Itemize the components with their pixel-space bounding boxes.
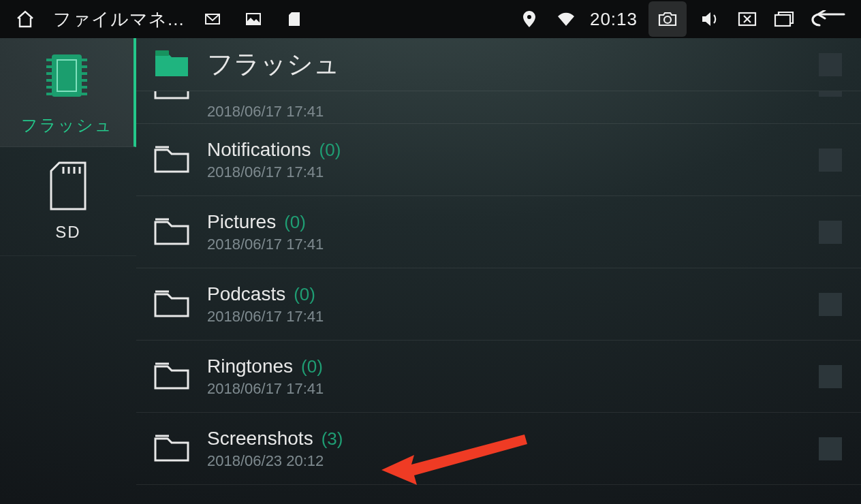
image-icon [240,6,266,32]
folder-icon [154,217,189,248]
wifi-icon [553,6,579,32]
item-name: Pictures [207,211,276,233]
item-count: (3) [322,428,343,450]
item-date: 2018/06/17 17:41 [207,236,801,253]
sidebar-item-label: SD [55,223,80,242]
path-title: フラッシュ [207,47,801,82]
item-name: Podcasts [207,283,285,305]
sidebar-item-flash[interactable]: フラッシュ [0,38,136,147]
list-item[interactable]: Screenshots (3) 2018/06/23 20:12 [136,413,861,485]
back-icon[interactable] [808,6,849,32]
item-date: 2018/06/17 17:41 [207,103,801,121]
item-name: Screenshots [207,428,313,450]
folder-icon [154,144,189,176]
mail-icon [200,6,225,32]
sd-small-icon [281,6,307,32]
item-checkbox[interactable] [819,437,842,460]
item-checkbox[interactable] [819,221,842,244]
list-item[interactable]: 2018/06/17 17:41 [136,91,861,124]
item-date: 2018/06/17 17:41 [207,308,801,326]
item-date: 2018/06/23 20:12 [207,452,801,470]
item-checkbox[interactable] [819,365,842,388]
item-count: (0) [301,356,323,377]
item-count: (0) [294,284,315,305]
item-checkbox[interactable] [819,91,842,97]
app-title: ファイルマネ... [53,7,185,31]
sidebar: フラッシュ SD [0,38,136,504]
volume-icon[interactable] [698,6,723,32]
folder-icon [154,361,189,392]
item-count: (0) [319,140,341,161]
item-name: Ringtones [207,356,293,377]
folder-icon [154,433,189,464]
svg-point-2 [664,16,671,23]
svg-rect-5 [52,54,82,97]
folder-list[interactable]: 2018/06/17 17:41 Notifications (0) 2018/… [136,91,861,504]
item-checkbox[interactable] [819,293,842,316]
folder-icon [154,289,189,320]
item-checkbox[interactable] [819,148,842,172]
chip-icon [44,49,90,105]
select-all-checkbox[interactable] [819,53,842,76]
list-item[interactable]: Notifications (0) 2018/06/17 17:41 [136,124,861,196]
recent-apps-icon[interactable] [771,6,797,32]
svg-rect-23 [155,50,169,56]
path-header: フラッシュ [136,38,861,91]
sidebar-item-sd[interactable]: SD [0,147,136,256]
item-date: 2018/06/17 17:41 [207,380,801,398]
camera-icon[interactable] [648,1,687,37]
list-item[interactable]: Podcasts (0) 2018/06/17 17:41 [136,268,861,341]
list-item[interactable]: Pictures (0) 2018/06/17 17:41 [136,196,861,268]
svg-rect-4 [775,15,790,26]
item-name: Notifications [207,139,311,161]
content-area: フラッシュ 2018/06/17 17:41 [136,38,861,504]
list-item[interactable]: Ringtones (0) 2018/06/17 17:41 [136,341,861,413]
folder-icon [154,91,189,102]
item-date: 2018/06/17 17:41 [207,163,801,181]
status-bar: ファイルマネ... [0,0,861,38]
item-count: (0) [284,212,306,233]
folder-icon [154,49,189,80]
home-icon[interactable] [12,6,38,32]
location-icon [516,6,542,32]
close-box-icon[interactable] [734,6,760,32]
clock: 20:13 [590,9,638,30]
sidebar-item-label: フラッシュ [21,114,113,136]
sd-icon [48,161,88,213]
